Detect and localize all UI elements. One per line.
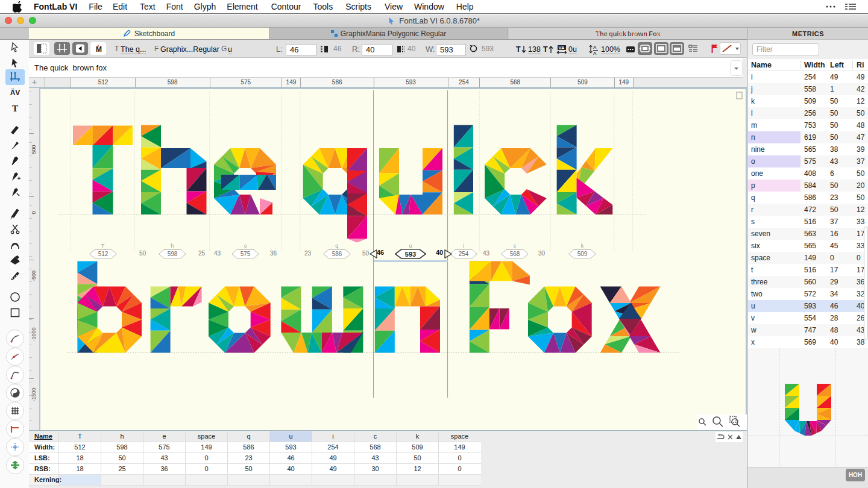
svg-text:512: 512: [98, 251, 108, 257]
svg-text:586: 586: [332, 251, 342, 257]
svg-text:598: 598: [167, 251, 177, 257]
svg-text:575: 575: [241, 251, 251, 257]
svg-text:254: 254: [459, 251, 469, 257]
svg-text:509: 509: [577, 251, 588, 257]
svg-text:593: 593: [405, 251, 416, 258]
svg-text:568: 568: [510, 251, 520, 257]
